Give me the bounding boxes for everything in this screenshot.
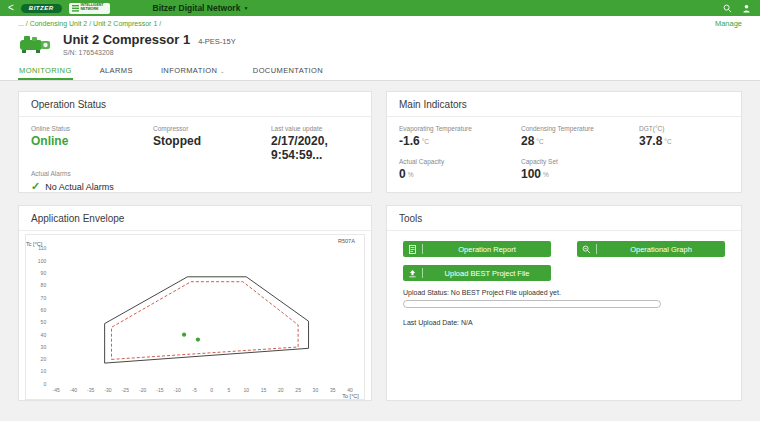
- svg-text:-30: -30: [104, 387, 112, 393]
- network-grid-icon: [72, 5, 79, 12]
- indicator-value: 28: [521, 134, 534, 148]
- svg-text:30: 30: [41, 344, 47, 350]
- alarms-label: Actual Alarms: [31, 170, 359, 177]
- svg-text:0: 0: [210, 387, 213, 393]
- indicator-value: 37.8: [639, 134, 662, 148]
- application-envelope-card: Application Envelope 0102030405060708090…: [18, 205, 372, 401]
- indicator-unit: %: [408, 171, 414, 178]
- svg-text:5: 5: [228, 387, 231, 393]
- last-upload-date: Last Upload Date: N/A: [403, 319, 725, 326]
- button-label: Upload BEST Project File: [423, 269, 551, 278]
- model-number: 4-PES-15Y: [198, 37, 236, 46]
- field-label: Capacity Set: [521, 158, 639, 165]
- compressor-icon: [18, 32, 54, 56]
- svg-text:-25: -25: [122, 387, 130, 393]
- button-label: Operational Graph: [597, 245, 725, 254]
- operation-status-card: Operation Status Online Status Online Co…: [18, 91, 372, 193]
- svg-text:15: 15: [261, 387, 267, 393]
- indicator-unit: °C: [422, 138, 429, 145]
- bitzer-logo: BITZER: [21, 4, 62, 13]
- svg-text:-20: -20: [139, 387, 147, 393]
- app-title: Bitzer Digital Network: [153, 3, 241, 13]
- manage-link[interactable]: Manage: [715, 19, 742, 28]
- svg-text:80: 80: [41, 282, 47, 288]
- svg-text:30: 30: [313, 387, 319, 393]
- online-status-value: Online: [31, 134, 153, 148]
- indicator-unit: °C: [664, 138, 671, 145]
- tab-monitoring[interactable]: MONITORING: [18, 61, 73, 80]
- field-label: Last value update: [271, 125, 359, 132]
- breadcrumb-row: ... / Condensing Unit 2 / Unit 2 Compres…: [0, 16, 760, 29]
- indicator-unit: °C: [536, 138, 543, 145]
- last-update-value: 2/17/2020, 9:54:59...: [271, 134, 359, 162]
- tab-documentation[interactable]: DOCUMENTATION: [252, 61, 324, 80]
- operation-report-button[interactable]: Operation Report: [403, 241, 551, 257]
- svg-text:20: 20: [41, 356, 47, 362]
- svg-text:60: 60: [41, 307, 47, 313]
- app-title-dropdown[interactable]: Bitzer Digital Network ▼: [153, 3, 249, 13]
- search-icon[interactable]: [721, 2, 733, 14]
- svg-text:35: 35: [330, 387, 336, 393]
- svg-text:Tc [°C]: Tc [°C]: [26, 241, 43, 247]
- svg-text:70: 70: [41, 295, 47, 301]
- svg-text:50: 50: [41, 319, 47, 325]
- online-status-field: Online Status Online: [31, 125, 153, 162]
- indicator-value: 100: [521, 167, 541, 181]
- card-title: Operation Status: [19, 92, 371, 117]
- field-label: Evaporating Temperature: [399, 125, 521, 132]
- tools-card: Tools Operation Report Operational Graph: [386, 205, 742, 401]
- chevron-down-icon: ⌄: [220, 68, 225, 74]
- tab-alarms[interactable]: ALARMS: [99, 61, 134, 80]
- indicator-unit: %: [543, 171, 549, 178]
- indicator-actual-capacity: Actual Capacity 0%: [399, 158, 521, 181]
- svg-text:-45: -45: [53, 387, 61, 393]
- card-title: Tools: [387, 206, 741, 231]
- check-icon: ✓: [31, 180, 40, 193]
- intelligent-network-logo: INTELLIGENT NETWORK: [69, 3, 110, 14]
- svg-text:100: 100: [38, 258, 47, 264]
- back-chevron-icon[interactable]: <: [8, 3, 14, 13]
- envelope-chart: 0102030405060708090100110-45-40-35-30-25…: [25, 234, 365, 400]
- svg-text:-40: -40: [70, 387, 78, 393]
- indicator-evaporating-temperature: Evaporating Temperature -1.6°C: [399, 125, 521, 148]
- content-grid: Operation Status Online Status Online Co…: [0, 81, 760, 421]
- svg-text:-15: -15: [156, 387, 164, 393]
- page-title: Unit 2 Compressor 1: [63, 32, 190, 47]
- alarms-status-text: No Actual Alarms: [45, 182, 114, 192]
- svg-text:-35: -35: [87, 387, 95, 393]
- operational-graph-button[interactable]: Operational Graph: [577, 241, 725, 257]
- tab-bar: MONITORING ALARMS INFORMATION ⌄ DOCUMENT…: [0, 61, 760, 81]
- tab-information[interactable]: INFORMATION ⌄: [160, 61, 226, 80]
- field-label: Actual Capacity: [399, 158, 521, 165]
- svg-text:20: 20: [278, 387, 284, 393]
- topbar: < BITZER INTELLIGENT NETWORK Bitzer Digi…: [0, 0, 760, 16]
- tab-information-label: INFORMATION: [161, 66, 217, 75]
- compressor-state-field: Compressor Stopped: [153, 125, 271, 162]
- button-label: Operation Report: [423, 245, 551, 254]
- breadcrumb[interactable]: ... / Condensing Unit 2 / Unit 2 Compres…: [18, 20, 161, 27]
- field-label: DGT(°C): [639, 125, 729, 132]
- network-logo-text: INTELLIGENT NETWORK: [81, 4, 107, 12]
- upload-status-text: Upload Status: No BEST Project File uplo…: [403, 289, 725, 296]
- chevron-down-icon: ▼: [243, 5, 248, 11]
- svg-text:-10: -10: [174, 387, 182, 393]
- last-update-field: Last value update 2/17/2020, 9:54:59...: [271, 125, 359, 162]
- serial-number: S/N: 176543208: [63, 49, 236, 56]
- upload-progress-bar: [403, 300, 661, 308]
- upload-best-project-file-button[interactable]: Upload BEST Project File: [403, 265, 551, 281]
- svg-text:0: 0: [43, 381, 46, 387]
- svg-text:10: 10: [41, 369, 47, 375]
- svg-text:40: 40: [41, 332, 47, 338]
- svg-text:R507A: R507A: [338, 238, 355, 244]
- card-title: Main Indicators: [387, 92, 741, 117]
- compressor-state-value: Stopped: [153, 134, 271, 148]
- card-title: Application Envelope: [19, 206, 371, 231]
- user-icon[interactable]: [740, 2, 752, 14]
- entity-header: Unit 2 Compressor 1 4-PES-15Y S/N: 17654…: [0, 29, 760, 58]
- field-label: Compressor: [153, 125, 271, 132]
- indicator-capacity-set: Capacity Set 100%: [521, 158, 639, 181]
- svg-text:10: 10: [243, 387, 249, 393]
- indicator-value: -1.6: [399, 134, 420, 148]
- indicator-condensing-temperature: Condensing Temperature 28°C: [521, 125, 639, 148]
- field-label: Online Status: [31, 125, 153, 132]
